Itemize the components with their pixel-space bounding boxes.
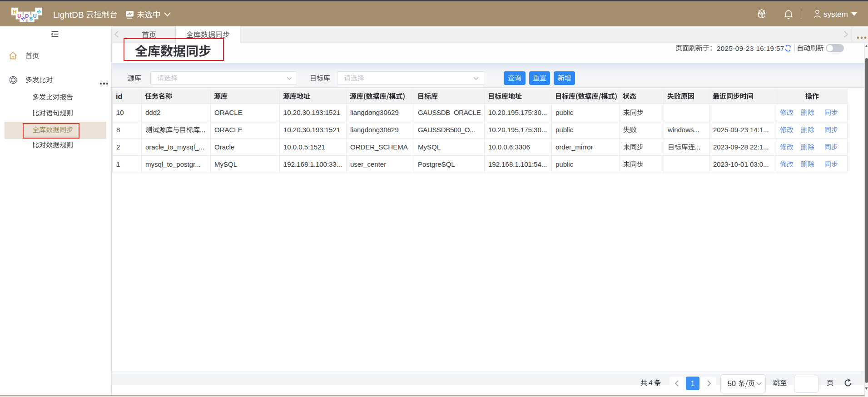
svg-text:S: S (29, 16, 32, 21)
svg-text:D: D (25, 13, 29, 19)
svg-text:U: U (33, 13, 37, 19)
svg-text:H: H (13, 9, 17, 15)
